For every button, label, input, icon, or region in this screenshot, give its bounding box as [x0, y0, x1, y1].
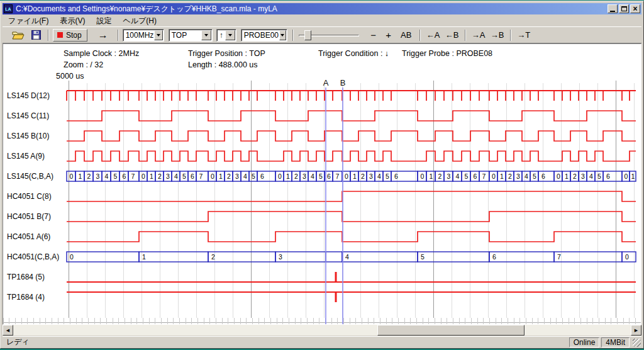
minimize-button[interactable]	[608, 4, 618, 13]
channel-wave	[67, 91, 636, 101]
save-file-button[interactable]	[29, 28, 43, 42]
svg-text:0: 0	[421, 172, 425, 180]
svg-text:2: 2	[508, 172, 512, 180]
goto-marker-a-left-button[interactable]: ←A	[425, 28, 442, 42]
goto-marker-a-right-button[interactable]: →A	[470, 28, 487, 42]
chevron-down-icon	[280, 34, 284, 37]
fwd-b-label: →B	[491, 30, 504, 40]
svg-text:5: 5	[421, 253, 425, 261]
waveform-canvas: Sample Clock : 2MHz Trigger Position : T…	[3, 44, 641, 324]
window-controls: ×	[608, 4, 640, 13]
trigger-position-value: TOP	[169, 31, 201, 40]
svg-text:4: 4	[456, 172, 460, 180]
status-memory-badge: 4MBit	[601, 337, 630, 347]
svg-text:0: 0	[211, 172, 214, 180]
svg-text:3: 3	[279, 253, 282, 261]
svg-text:6: 6	[191, 172, 194, 180]
trigger-probe-select[interactable]: PROBE00	[241, 29, 287, 42]
trigger-edge-value: ↑	[217, 31, 225, 40]
svg-text:6: 6	[394, 172, 398, 180]
svg-text:1: 1	[565, 172, 569, 180]
goto-marker-b-right-button[interactable]: →B	[489, 28, 506, 42]
svg-text:4: 4	[345, 253, 349, 261]
svg-text:1: 1	[430, 172, 433, 180]
toolbar-separator	[510, 30, 511, 41]
minimize-icon	[610, 11, 615, 12]
zoom-out-button[interactable]: −	[367, 28, 380, 42]
scroll-left-button[interactable]: ◀	[3, 325, 13, 336]
slider-thumb[interactable]	[304, 30, 311, 40]
svg-text:0: 0	[70, 172, 74, 180]
svg-text:1: 1	[219, 172, 223, 180]
title-bar[interactable]: LA C:¥Documents and Settings¥noname¥デスクト…	[3, 3, 641, 14]
dropdown-button[interactable]	[279, 30, 286, 40]
svg-text:4: 4	[525, 172, 528, 180]
svg-text:B: B	[340, 78, 346, 88]
goto-marker-b-left-button[interactable]: ←B	[443, 28, 461, 42]
menu-file[interactable]: ファイル(F)	[3, 15, 54, 27]
svg-text:6: 6	[474, 172, 477, 180]
arrow-right-icon: ▶	[635, 328, 638, 333]
chevron-down-icon	[228, 34, 232, 37]
status-bar: レディ Online 4MBit	[3, 336, 641, 347]
trigger-edge-select[interactable]: ↑	[216, 29, 236, 42]
zoom-slider[interactable]	[299, 29, 359, 42]
svg-text:7: 7	[131, 172, 135, 180]
desktop: LA C:¥Documents and Settings¥noname¥デスクト…	[0, 0, 644, 350]
app-icon: LA	[4, 4, 13, 13]
status-online-badge: Online	[569, 337, 600, 347]
svg-text:1: 1	[142, 253, 146, 261]
svg-text:2: 2	[211, 253, 215, 261]
scrollbar-thumb[interactable]	[377, 325, 525, 336]
save-floppy-icon	[31, 30, 41, 40]
svg-text:3: 3	[303, 172, 306, 180]
svg-text:2: 2	[361, 172, 365, 180]
svg-text:0: 0	[625, 253, 629, 261]
maximize-button[interactable]	[619, 4, 629, 13]
sample-rate-select[interactable]: 100MHz	[123, 29, 164, 42]
maximize-icon	[621, 6, 627, 11]
scroll-right-button[interactable]: ▶	[631, 325, 641, 336]
menu-view[interactable]: 表示(V)	[54, 15, 91, 27]
trigger-position-select[interactable]: TOP	[169, 29, 213, 42]
svg-text:2: 2	[573, 172, 577, 180]
toolbar: Stop → 100MHz TOP ↑ PROBE00	[3, 26, 641, 43]
menu-settings[interactable]: 設定	[91, 15, 117, 27]
svg-text:1: 1	[353, 172, 357, 180]
goto-trigger-button[interactable]: →T	[515, 28, 533, 42]
run-button[interactable]: →	[94, 28, 113, 42]
svg-text:2: 2	[87, 172, 91, 180]
sample-rate-value: 100MHz	[123, 31, 154, 40]
close-icon: ×	[633, 6, 637, 12]
zoom-in-button[interactable]: +	[382, 28, 396, 42]
back-b-label: ←B	[445, 30, 459, 40]
close-button[interactable]: ×	[630, 4, 640, 13]
dropdown-button[interactable]	[201, 30, 211, 40]
channel-wave: 012345670	[67, 252, 636, 262]
channel-wave: 0123456701234567012345601234567012345601…	[67, 171, 636, 181]
menu-bar: ファイル(F) 表示(V) 設定 ヘルプ(H)	[3, 15, 641, 26]
open-file-button[interactable]	[11, 28, 25, 42]
dropdown-button[interactable]	[225, 30, 235, 40]
to-t-label: →T	[517, 30, 530, 40]
svg-text:4: 4	[105, 172, 109, 180]
stop-button[interactable]: Stop	[53, 29, 87, 42]
svg-text:2: 2	[227, 172, 231, 180]
menu-help[interactable]: ヘルプ(H)	[117, 15, 162, 27]
toolbar-separator	[292, 30, 294, 41]
svg-text:0: 0	[345, 172, 348, 180]
waveform-plot: 0123456701234567012345601234567012345601…	[3, 44, 641, 325]
svg-text:6: 6	[123, 172, 126, 180]
dropdown-button[interactable]	[154, 30, 162, 40]
chevron-down-icon	[204, 34, 208, 37]
channel-wave	[67, 151, 636, 161]
horizontal-scrollbar[interactable]: ◀ ▶	[3, 325, 641, 336]
svg-text:4: 4	[311, 172, 314, 180]
zoom-ab-button[interactable]: AB	[398, 28, 414, 42]
svg-text:5: 5	[319, 172, 323, 180]
svg-text:A: A	[323, 78, 329, 88]
svg-text:5: 5	[182, 172, 186, 180]
toolbar-separator	[48, 30, 49, 41]
svg-text:5: 5	[386, 172, 389, 180]
resize-grip[interactable]	[633, 339, 641, 347]
